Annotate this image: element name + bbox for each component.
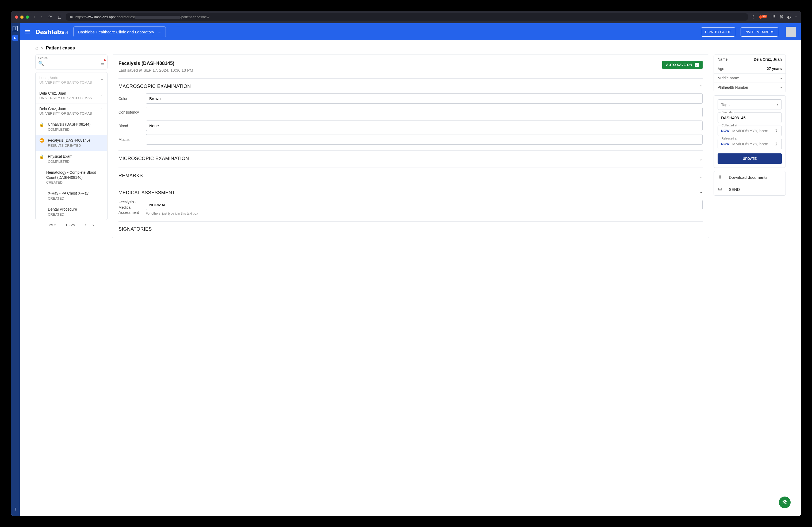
action-row[interactable]: ✉SEND <box>714 183 785 195</box>
search-input[interactable] <box>46 60 99 66</box>
org-name: Dashlabs Healthcare Clinic and Laborator… <box>78 30 154 34</box>
test-title: Fecalysis (DASH408145) <box>48 138 90 143</box>
released-input[interactable]: MM/DD/YYYY, hh:m <box>732 142 772 146</box>
barcode-input[interactable] <box>721 116 778 120</box>
chevron-down-icon: ▾ <box>54 223 56 227</box>
patient-institution: UNIVERSITY OF SANTO TOMAS <box>39 111 92 116</box>
url-blurred <box>135 16 180 19</box>
action-icon: ⬇ <box>718 175 723 180</box>
panel-toggle-icon[interactable] <box>13 26 18 31</box>
mucus-input[interactable] <box>146 134 702 145</box>
assessment-label: Fecalysis - Medical Assessment <box>118 200 143 215</box>
info-value: Dela Cruz, Juan <box>754 57 782 61</box>
page-range: 1 - 25 <box>66 223 75 227</box>
collected-input[interactable]: MM/DD/YYYY, hh:m <box>732 129 772 133</box>
blood-label: Blood <box>118 124 143 128</box>
page-size-select[interactable]: 25 ▾ <box>49 223 56 227</box>
moon-icon[interactable]: ◐ <box>787 14 791 19</box>
patient-institution: UNIVERSITY OF SANTO TOMAS <box>39 80 92 85</box>
reload-icon[interactable]: ⟳ <box>47 14 53 19</box>
update-button[interactable]: UPDATE <box>717 153 782 164</box>
nav-forward: › <box>40 15 43 19</box>
action-row[interactable]: ⬇Download documents <box>714 171 785 183</box>
leaf-icon[interactable]: ⌘ <box>779 14 783 19</box>
panel-add-icon[interactable]: ＋ <box>13 505 18 513</box>
test-row[interactable]: Dental ProcedureCREATED <box>35 204 107 220</box>
chevron-down-icon: ⌄ <box>100 76 103 81</box>
section-signatories[interactable]: SIGNATORIES <box>118 226 702 232</box>
patient-institution: UNIVERSITY OF SANTO TOMAS <box>39 96 92 100</box>
consistency-input[interactable] <box>146 107 702 117</box>
patient-row[interactable]: Dela Cruz, JuanUNIVERSITY OF SANTO TOMAS… <box>35 88 107 103</box>
test-row[interactable]: •••Fecalysis (DASH408145)RESULTS CREATED <box>35 135 107 151</box>
site-settings-icon[interactable]: ⇆ <box>70 15 73 19</box>
calendar-icon[interactable]: 🗓 <box>774 142 778 146</box>
mucus-label: Mucus <box>118 137 143 142</box>
color-input[interactable] <box>146 93 702 104</box>
chevron-down-icon: ⌄ <box>699 155 702 162</box>
address-bar[interactable]: ⇆ https://www.dashlabs.app/laboratories/… <box>66 13 748 20</box>
test-row[interactable]: X-Ray - PA Chest X-RayCREATED <box>35 187 107 204</box>
avatar[interactable] <box>786 27 796 37</box>
info-value: - <box>780 76 782 80</box>
tags-select[interactable]: Tags ▾ <box>717 100 782 110</box>
info-key: Middle name <box>717 76 739 80</box>
chevron-down-icon: ⌄ <box>100 91 103 96</box>
section-macroscopic[interactable]: MACROSCOPIC EXAMINATION ⌃ <box>118 84 702 90</box>
test-row[interactable]: 🔒Physical ExamCOMPLETED <box>35 151 107 167</box>
url-path-a: /laboratories/ <box>115 15 135 19</box>
search-icon: 🔍 <box>38 61 44 66</box>
patient-row[interactable]: Dela Cruz, JuanUNIVERSITY OF SANTO TOMAS… <box>35 103 107 119</box>
info-key: Age <box>717 66 724 71</box>
tools-fab[interactable]: 🛠 <box>779 497 791 508</box>
url-prefix: https:// <box>75 15 86 19</box>
info-key: Philhealth Number <box>717 85 748 90</box>
filter-icon[interactable]: ☰ <box>101 61 105 66</box>
barcode-label: Barcode <box>721 111 734 114</box>
assessment-input[interactable] <box>146 200 702 210</box>
calendar-icon[interactable]: 🗓 <box>774 129 778 133</box>
collected-now-button[interactable]: NOW <box>721 129 730 133</box>
patient-name: Dela Cruz, Juan <box>39 107 92 111</box>
page-next[interactable]: › <box>92 223 94 227</box>
invite-members-button[interactable]: INVITE MEMBERS <box>741 27 778 36</box>
action-icon: ✉ <box>718 186 723 192</box>
test-row[interactable]: Hematology - Complete Blood Count (DASH4… <box>35 167 107 188</box>
extensions-icon[interactable]: ⠿ <box>772 14 775 19</box>
autosave-toggle[interactable]: AUTO SAVE ON <box>662 61 702 69</box>
consistency-label: Consistency <box>118 110 143 115</box>
browser-side-panel: D ＋ <box>11 23 20 516</box>
section-remarks[interactable]: REMARKS ⌄ <box>118 172 702 179</box>
nav-back[interactable]: ‹ <box>33 15 36 19</box>
patient-name: Luna, Andres <box>39 76 92 80</box>
test-status: RESULTS CREATED <box>48 144 90 148</box>
menu-icon[interactable]: ≡ <box>795 15 797 19</box>
url-host: www.dashlabs.app <box>86 15 115 19</box>
patient-row[interactable]: Luna, AndresUNIVERSITY OF SANTO TOMAS⌄ <box>35 72 107 88</box>
window-controls[interactable] <box>15 15 29 19</box>
hamburger-menu[interactable] <box>25 30 30 33</box>
test-status: CREATED <box>48 196 88 200</box>
brand-logo[interactable]: Dashlabs.ai <box>35 29 68 35</box>
share-icon[interactable]: ⇪ <box>752 14 755 19</box>
home-icon[interactable]: ⌂ <box>35 45 38 51</box>
test-row[interactable]: 🔒Urinalysis (DASH408144)COMPLETED <box>35 119 107 135</box>
breadcrumb-current: Patient cases <box>46 45 75 51</box>
how-to-guide-button[interactable]: HOW TO GUIDE <box>701 27 735 36</box>
patient-info-card: NameDela Cruz, JuanAge27 yearsMiddle nam… <box>714 55 786 92</box>
org-selector[interactable]: Dashlabs Healthcare Clinic and Laborator… <box>73 27 166 37</box>
released-now-button[interactable]: NOW <box>721 142 730 146</box>
info-value: 27 years <box>767 66 782 71</box>
blood-input[interactable] <box>146 121 702 131</box>
collected-label: Collected at <box>721 124 738 127</box>
chevron-up-icon: ⌃ <box>699 84 702 90</box>
app-header: Dashlabs.ai Dashlabs Healthcare Clinic a… <box>20 23 801 40</box>
test-title: Physical Exam <box>48 154 72 159</box>
panel-app-icon[interactable]: D <box>12 35 18 41</box>
section-microscopic[interactable]: MICROSCOPIC EXAMINATION ⌄ <box>118 155 702 162</box>
section-medical-assessment[interactable]: MEDICAL ASSESSMENT ⌃ <box>118 190 702 196</box>
chevron-down-icon: ⌄ <box>158 29 161 34</box>
bookmark-icon[interactable]: ◻ <box>57 14 62 19</box>
assessment-helper: For others, just type it in this text bo… <box>146 212 702 215</box>
shield-icon[interactable]: ⬢99+ <box>759 14 768 19</box>
